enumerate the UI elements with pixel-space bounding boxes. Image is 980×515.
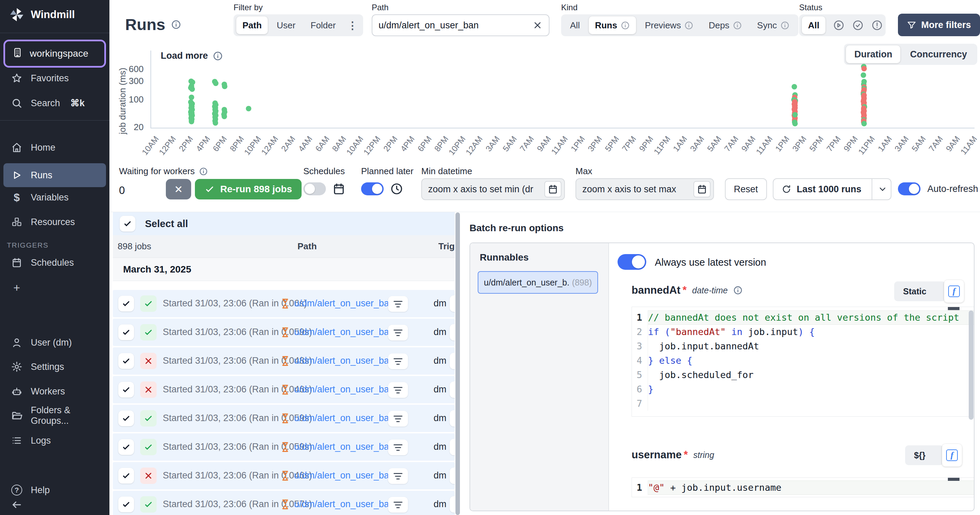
cancel-selection-button[interactable]: ✕ [166, 179, 191, 200]
more-filters-button[interactable]: More filters [898, 14, 980, 36]
run-path-link[interactable]: u/dm/alert_on_user_ban [294, 413, 394, 423]
filter-path-button[interactable] [388, 439, 408, 455]
job-row[interactable]: Started 31/03, 23:06 (Ran in 0.048s) u/d… [113, 347, 455, 375]
kind-option-deps[interactable]: Deps [702, 16, 748, 34]
sidebar-item-settings[interactable]: Settings [3, 358, 106, 376]
static-mode-button[interactable]: Static [894, 281, 945, 301]
kind-option-all[interactable]: All [564, 16, 586, 34]
kebab-menu-icon[interactable]: ⋮ [345, 19, 360, 32]
run-path-link[interactable]: u/dm/alert_on_user_ban [294, 384, 394, 395]
editor-scrollbar[interactable] [969, 311, 974, 420]
code-line[interactable]: 3 job.input.bannedAt [632, 339, 975, 353]
data-point[interactable] [861, 72, 866, 78]
auto-refresh-toggle[interactable] [898, 182, 921, 195]
sidebar-item-schedules[interactable]: Schedules [3, 254, 106, 271]
data-point[interactable] [221, 114, 227, 119]
sidebar-item-logs[interactable]: Logs [3, 432, 106, 449]
job-row[interactable]: Started 31/03, 23:06 (Ran in 0.046s) u/d… [113, 376, 455, 403]
job-row[interactable]: Started 31/03, 23:06 (Ran in 0.046s) u/d… [113, 462, 455, 490]
data-point[interactable] [792, 121, 798, 126]
select-all-row[interactable]: Select all [113, 212, 455, 235]
status-success-icon[interactable] [852, 19, 864, 31]
sidebar-item-favorites[interactable]: Favorites [3, 69, 106, 87]
collapse-sidebar-button[interactable] [3, 496, 106, 513]
filter-by-option-folder[interactable]: Folder [304, 16, 342, 34]
data-point[interactable] [213, 120, 218, 126]
calendar-button[interactable] [544, 181, 562, 197]
data-point[interactable] [792, 112, 798, 117]
filter-path-button[interactable] [388, 325, 408, 341]
row-checkbox[interactable] [118, 468, 134, 483]
data-point[interactable] [792, 84, 797, 89]
clear-path-icon[interactable] [532, 20, 542, 30]
row-checkbox[interactable] [118, 296, 134, 311]
planned-later-toggle[interactable] [361, 182, 383, 195]
duration-chart[interactable]: Duration Concurrency Load more job durat… [110, 44, 980, 162]
schedules-toggle[interactable] [303, 182, 326, 195]
last-runs-button[interactable]: Last 1000 runs [773, 178, 891, 200]
javascript-mode-button[interactable]: f [944, 280, 964, 303]
code-line[interactable]: 6} [632, 382, 975, 396]
filter-path-button[interactable] [388, 468, 408, 484]
run-path-link[interactable]: u/dm/alert_on_user_ban [294, 470, 394, 481]
kind-option-previews[interactable]: Previews [639, 16, 700, 34]
filter-path-button[interactable] [388, 411, 408, 426]
row-checkbox[interactable] [118, 325, 134, 340]
rerun-jobs-button[interactable]: Re-run 898 jobs [195, 179, 302, 200]
kind-option-sync[interactable]: Sync [751, 16, 796, 34]
job-row[interactable]: Started 31/03, 23:06 (Ran in 0.059s) u/d… [113, 433, 455, 461]
calendar-button[interactable] [694, 181, 711, 197]
sidebar-item-workers[interactable]: Workers [3, 382, 106, 400]
sidebar-item-folders[interactable]: Folders & Groups... [3, 407, 106, 425]
row-checkbox[interactable] [118, 496, 134, 512]
job-row[interactable]: Started 31/03, 23:06 (Ran in 0.059s) u/d… [113, 319, 455, 346]
data-point[interactable] [222, 84, 228, 89]
filter-path-button[interactable] [388, 382, 408, 398]
code-line[interactable]: 7 [632, 396, 975, 411]
row-checkbox[interactable] [118, 410, 134, 426]
run-path-link[interactable]: u/dm/alert_on_user_ban [294, 499, 394, 510]
info-icon[interactable] [733, 285, 743, 295]
run-path-link[interactable]: u/dm/alert_on_user_ban [294, 298, 394, 309]
row-checkbox[interactable] [118, 382, 134, 398]
plot-area[interactable] [150, 51, 975, 128]
row-checkbox[interactable] [118, 353, 134, 369]
code-line[interactable]: 2if ("bannedAt" in job.input) { [632, 325, 975, 339]
min-datetime-input[interactable]: zoom x axis to set min (dr [421, 178, 565, 200]
path-input[interactable]: u/dm/alert_on_user_ban [372, 14, 549, 36]
sidebar-item-home[interactable]: Home [3, 139, 106, 157]
data-point[interactable] [861, 66, 867, 71]
sidebar-item-variables[interactable]: $ Variables [3, 189, 106, 206]
data-point[interactable] [246, 106, 251, 111]
sidebar-item-search[interactable]: Search ⌘k [3, 94, 106, 112]
bannedAt-code-editor[interactable]: 1// bannedAt does not exist on all versi… [632, 307, 975, 417]
app-logo[interactable]: Windmill [9, 7, 75, 22]
column-header-path[interactable]: Path [298, 241, 317, 252]
info-icon[interactable] [171, 19, 181, 30]
status-running-icon[interactable] [833, 19, 845, 31]
sidebar-item-user[interactable]: User (dm) [3, 334, 106, 352]
row-checkbox[interactable] [118, 439, 134, 455]
code-line[interactable]: 1"@" + job.input.username [632, 480, 975, 495]
username-code-editor[interactable]: 1"@" + job.input.username [632, 477, 975, 497]
status-failure-icon[interactable] [871, 19, 883, 31]
job-row[interactable]: Started 31/03, 23:06 (Ran in 0.059s) u/d… [113, 405, 455, 432]
runnable-item[interactable]: u/dm/alert_on_user_b... (898) [478, 271, 598, 294]
data-point[interactable] [861, 121, 867, 126]
max-datetime-input[interactable]: zoom x axis to set max [576, 178, 714, 200]
code-line[interactable]: 5 job.scheduled_for [632, 368, 975, 382]
javascript-mode-button[interactable]: f [942, 444, 962, 466]
column-header-trigger[interactable]: Trigger [438, 241, 455, 252]
sidebar-item-runs[interactable]: Runs [3, 163, 106, 187]
filter-by-option-user[interactable]: User [270, 16, 302, 34]
data-point[interactable] [189, 86, 195, 92]
code-line[interactable]: 4} else { [632, 353, 975, 368]
job-row[interactable]: Started 31/03, 23:06 (Ran in 0.06s) u/dm… [113, 290, 455, 317]
latest-version-toggle[interactable] [617, 254, 646, 270]
data-point[interactable] [213, 81, 218, 86]
filter-by-option-path[interactable]: Path [236, 16, 268, 34]
run-path-link[interactable]: u/dm/alert_on_user_ban [294, 327, 394, 338]
status-all-option[interactable]: All [802, 16, 826, 34]
select-all-checkbox[interactable] [120, 216, 135, 231]
run-path-link[interactable]: u/dm/alert_on_user_ban [294, 355, 394, 366]
